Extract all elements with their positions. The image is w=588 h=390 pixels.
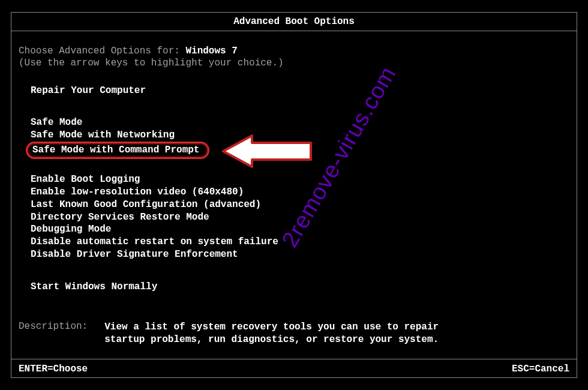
menu-item-repair[interactable]: Repair Your Computer <box>31 85 569 96</box>
description-line1: View a list of system recovery tools you… <box>104 321 439 334</box>
menu-item-safemode[interactable]: Safe Mode <box>31 116 569 129</box>
footer-divider <box>11 359 577 359</box>
choose-line: Choose Advanced Options for: Windows 7 <box>19 46 569 56</box>
description-block: Description: View a list of system recov… <box>19 321 569 346</box>
menu-item-safemode-cmd-wrapper: Safe Mode with Command Prompt <box>31 142 569 160</box>
menu-item-debugging[interactable]: Debugging Mode <box>31 223 569 236</box>
content-area: Choose Advanced Options for: Windows 7 (… <box>11 31 577 346</box>
os-name: Windows 7 <box>185 46 237 56</box>
menu-item-disable-sig[interactable]: Disable Driver Signature Enforcement <box>31 248 569 261</box>
description-text: View a list of system recovery tools you… <box>104 321 439 346</box>
menu-group-advanced: Enable Boot Logging Enable low-resolutio… <box>31 173 569 261</box>
menu-item-dsrm[interactable]: Directory Services Restore Mode <box>31 211 569 224</box>
menu-item-safemode-networking[interactable]: Safe Mode with Networking <box>31 129 569 142</box>
footer-bar: ENTER=Choose ESC=Cancel <box>19 364 569 374</box>
footer-enter: ENTER=Choose <box>19 364 88 374</box>
boot-menu: Repair Your Computer Safe Mode Safe Mode… <box>19 85 569 292</box>
menu-group-safemode: Safe Mode Safe Mode with Networking Safe… <box>31 116 569 159</box>
description-line2: startup problems, run diagnostics, or re… <box>104 334 439 346</box>
description-label: Description: <box>19 321 88 332</box>
menu-item-boot-logging[interactable]: Enable Boot Logging <box>31 173 569 186</box>
menu-item-start-normally[interactable]: Start Windows Normally <box>31 281 569 292</box>
arrow-keys-hint: (Use the arrow keys to highlight your ch… <box>19 58 569 68</box>
menu-item-disable-autorestart[interactable]: Disable automatic restart on system fail… <box>31 236 569 248</box>
menu-item-lkgc[interactable]: Last Known Good Configuration (advanced) <box>31 199 569 211</box>
screen-title: Advanced Boot Options <box>11 13 577 27</box>
menu-item-safemode-cmd[interactable]: Safe Mode with Command Prompt <box>26 142 209 160</box>
footer-esc: ESC=Cancel <box>512 364 569 374</box>
boot-screen: Advanced Boot Options Choose Advanced Op… <box>11 12 577 378</box>
choose-prefix: Choose Advanced Options for: <box>19 46 185 56</box>
menu-item-lowres[interactable]: Enable low-resolution video (640x480) <box>31 186 569 199</box>
